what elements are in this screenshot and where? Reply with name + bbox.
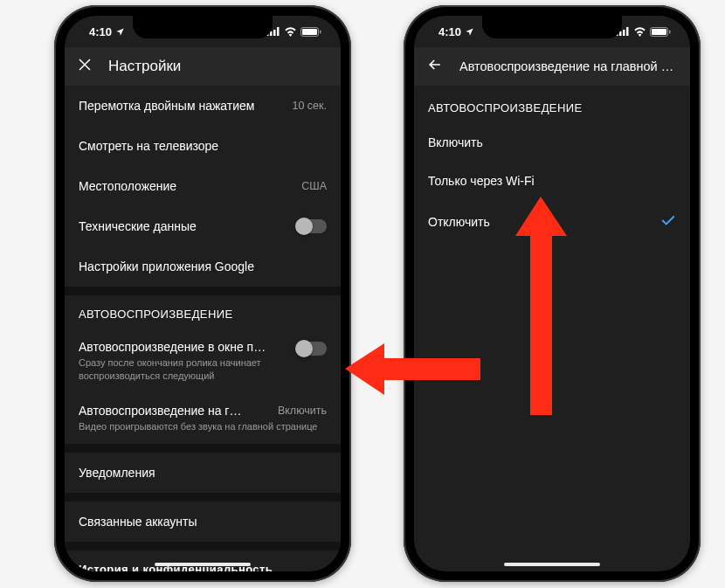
row-rewind[interactable]: Перемотка двойным нажатием 10 сек. [65, 86, 341, 126]
page-title: Автовоспроизведение на главной странице [459, 59, 678, 73]
back-arrow-icon[interactable] [426, 56, 444, 77]
row-autoplay-home[interactable]: Автовоспроизведение на г… Включить Видео… [65, 393, 341, 444]
header-left: Настройки [65, 47, 341, 86]
svg-rect-6 [320, 30, 321, 33]
option-label: Только через Wi-Fi [428, 174, 535, 188]
option-off[interactable]: Отключить [414, 200, 690, 243]
row-label: Уведомления [79, 466, 327, 480]
status-time: 4:10 [438, 25, 461, 38]
section-gap [65, 287, 341, 295]
svg-rect-5 [302, 29, 317, 35]
option-wifi[interactable]: Только через Wi-Fi [414, 162, 690, 200]
wifi-icon [284, 27, 297, 37]
row-label: Связанные аккаунты [79, 515, 327, 529]
screen-left: 4:10 Настройки Перемотка двойным нажатие… [65, 16, 341, 571]
section-gap [65, 444, 341, 453]
svg-rect-12 [652, 29, 666, 35]
phone-right: 4:10 Автовоспроизведение на главной стра… [404, 5, 701, 582]
section-gap [65, 542, 341, 550]
svg-rect-10 [626, 27, 629, 36]
page-title: Настройки [108, 58, 328, 75]
section-autoplay: АВТОВОСПРОИЗВЕДЕНИЕ [65, 295, 341, 329]
row-tv[interactable]: Смотреть на телевизоре [65, 126, 341, 166]
row-label: Смотреть на телевизоре [79, 139, 327, 153]
row-value: Включить [278, 405, 327, 417]
row-label: Местоположение [79, 179, 293, 193]
battery-icon [650, 27, 671, 37]
content-left[interactable]: Перемотка двойным нажатием 10 сек. Смотр… [65, 86, 341, 571]
option-on[interactable]: Включить [414, 123, 690, 162]
row-label: Автовоспроизведение в окне п… [79, 340, 288, 354]
row-label: Настройки приложения Google [79, 259, 327, 273]
row-label: Перемотка двойным нажатием [79, 99, 283, 113]
toggle-tech[interactable] [297, 219, 327, 233]
location-arrow-icon [115, 27, 125, 37]
row-tech[interactable]: Технические данные [65, 206, 341, 246]
status-time: 4:10 [89, 25, 112, 38]
svg-rect-9 [623, 30, 625, 36]
battery-icon [300, 27, 321, 37]
row-autoplay-window[interactable]: Автовоспроизведение в окне п… Сразу посл… [65, 329, 341, 393]
option-label: Включить [428, 135, 483, 149]
phone-left: 4:10 Настройки Перемотка двойным нажатие… [54, 5, 351, 582]
home-indicator[interactable] [155, 563, 251, 566]
content-right[interactable]: АВТОВОСПРОИЗВЕДЕНИЕ Включить Только чере… [414, 86, 690, 571]
location-arrow-icon [465, 27, 474, 37]
screen-right: 4:10 Автовоспроизведение на главной стра… [414, 16, 690, 571]
row-sub: Сразу после окончания ролика начинает во… [79, 356, 288, 383]
row-notifications[interactable]: Уведомления [65, 453, 341, 493]
row-linked[interactable]: Связанные аккаунты [65, 502, 341, 542]
svg-rect-13 [669, 30, 671, 33]
section-autoplay: АВТОВОСПРОИЗВЕДЕНИЕ [414, 86, 690, 123]
svg-rect-2 [273, 30, 276, 36]
row-google[interactable]: Настройки приложения Google [65, 246, 341, 287]
notch [133, 16, 273, 38]
close-icon[interactable] [77, 57, 93, 76]
notch [482, 16, 622, 38]
row-location[interactable]: Местоположение США [65, 166, 341, 206]
row-label: Автовоспроизведение на г… [79, 404, 262, 418]
svg-rect-3 [277, 27, 280, 36]
section-gap [65, 493, 341, 502]
home-indicator[interactable] [504, 563, 600, 566]
section-history: История и конфиденциальность [65, 550, 341, 571]
row-value: США [301, 180, 327, 192]
check-icon [660, 212, 676, 231]
row-label: Технические данные [79, 219, 288, 233]
row-value: 10 сек. [292, 100, 327, 112]
toggle-autoplay-window[interactable] [297, 342, 327, 356]
row-sub: Видео проигрываются без звука на главной… [79, 420, 327, 433]
wifi-icon [633, 27, 646, 37]
option-label: Отключить [428, 215, 490, 229]
header-right: Автовоспроизведение на главной странице [414, 47, 690, 86]
